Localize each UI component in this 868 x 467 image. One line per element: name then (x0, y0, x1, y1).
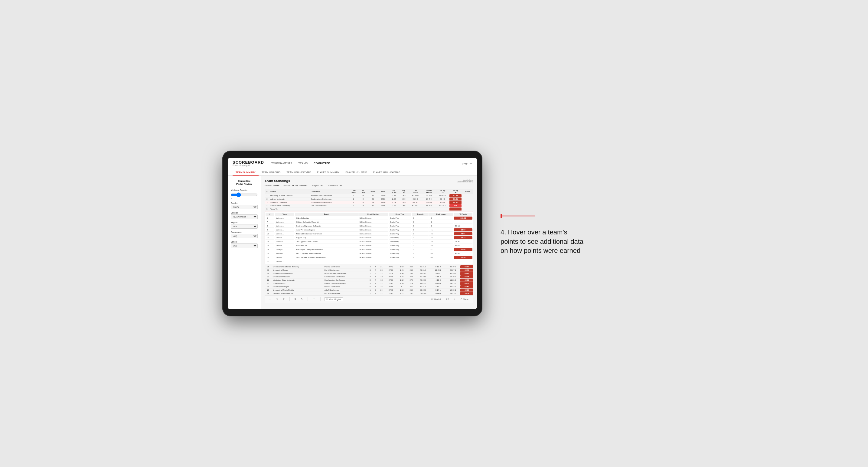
standings-table: # School Conference ConfRank NoTour Bnds… (265, 189, 473, 211)
refresh-btn[interactable]: ⟳ (282, 297, 286, 301)
sidebar-gender-select[interactable]: Men's Women's (231, 205, 258, 209)
clock-icon: 🕐 (313, 298, 315, 300)
table-row-active: 3 Vanderbilt University Southeastern Con… (265, 201, 473, 204)
edit-btn[interactable]: ✎ (300, 297, 304, 301)
col-rank: # (265, 189, 270, 194)
sidebar-region: Region N/A (231, 221, 258, 229)
col-no-tour: NoTour (359, 189, 368, 194)
expand-btn[interactable]: ⤢ (453, 297, 457, 301)
col-conf-rank: ConfRank (349, 189, 359, 194)
col-avg-sg: Avg.SG (400, 189, 409, 194)
hover-table-row: 16 Univers... 2023 Sahalee Players Champ… (266, 256, 472, 259)
sidebar-division-label: Division (231, 212, 258, 214)
row-conference: Atlantic Coast Conference (310, 194, 349, 197)
app-header: SCOREBOARD Powered by clippd TOURNAMENTS… (228, 158, 477, 169)
row-rank: 1 (265, 194, 270, 197)
tab-player-h2h-grid[interactable]: PLAYER H2H GRID (342, 169, 370, 176)
table-row: 19 University of Texas Big 12 Conference… (265, 269, 473, 272)
nav-teams[interactable]: TEAMS (298, 161, 308, 166)
logo-text: SCOREBOARD (232, 160, 264, 164)
comment-btn[interactable]: 💬 (445, 297, 450, 301)
hover-table-row: 12 Florida I The Cypress Point Classic N… (266, 240, 472, 244)
hover-table-row: 7 Univers... College Collegiate Universi… (266, 220, 472, 224)
col-overall: OverallRecord (422, 189, 436, 194)
table-row: 26 The Ohio State University Big Ten Con… (265, 292, 473, 295)
tab-team-h2h-heatmap[interactable]: TEAM H2H HEATMAP (284, 169, 314, 176)
standings-title: Team Standings (265, 179, 290, 183)
sidebar-division-select[interactable]: NCAA Division I (231, 214, 258, 219)
logo-sub: Powered by clippd (232, 164, 264, 166)
table-row: 5 Texas T... (265, 208, 473, 211)
watch-btn[interactable]: 👁 Watch ▾ (430, 297, 443, 301)
col-conference: Conference (310, 189, 349, 194)
row-points-active[interactable]: 90.32 (450, 201, 462, 204)
red-arrow-icon (500, 211, 537, 220)
sidebar: CommitteePortal Review Minimum Rounds 5 … (228, 176, 261, 309)
sidebar-conference: Conference (All) (231, 231, 258, 238)
view-label[interactable]: 👁 View: Original (324, 297, 343, 301)
row-points[interactable] (450, 208, 462, 211)
nav-committee[interactable]: COMMITTEE (314, 161, 330, 166)
redo-btn[interactable]: ↪ (275, 297, 279, 301)
sidebar-region-label: Region (231, 221, 258, 223)
sidebar-school-select[interactable]: (All) (231, 244, 258, 248)
row-points[interactable]: 93.31 (450, 197, 462, 201)
share-icon: ↗ (460, 298, 462, 300)
standings-header: Team Standings Update time:Update time: … (265, 179, 473, 183)
watch-icon: 👁 (431, 298, 433, 300)
view-text: View: Original (329, 298, 341, 300)
min-rounds-slider[interactable] (231, 192, 258, 197)
table-row: 24 University of Oregon Pac-12 Conferenc… (265, 285, 473, 288)
logo-area: SCOREBOARD Powered by clippd (232, 160, 264, 166)
table-header-row: # School Conference ConfRank NoTour Bnds… (265, 189, 473, 194)
event-detail-table: # Team Event Event Division Event Type R… (265, 212, 473, 264)
sidebar-conference-select[interactable]: (All) (231, 234, 258, 238)
filter-region-value: All (320, 185, 323, 187)
refresh-icon: ⟳ (283, 298, 285, 300)
filter-conference: Conference: All (327, 185, 342, 187)
sign-out-btn[interactable]: | Sign out (462, 162, 472, 165)
col-bnds: Bnds (368, 189, 378, 194)
row-points[interactable]: 97.02 (450, 194, 462, 197)
table-row: 21 University of Alabama Southeastern Co… (265, 275, 473, 279)
row-points[interactable]: 79.5 (450, 204, 462, 208)
outer-wrapper: SCOREBOARD Powered by clippd TOURNAMENTS… (222, 151, 646, 316)
tab-team-h2h-grid[interactable]: TEAM H2H GRID (258, 169, 284, 176)
copy-btn[interactable]: ⧉ (293, 297, 297, 301)
sidebar-division: Division NCAA Division I (231, 212, 258, 219)
edit-icon: ✎ (301, 298, 303, 300)
tablet-screen: SCOREBOARD Powered by clippd TOURNAMENTS… (228, 158, 477, 309)
tab-team-summary[interactable]: TEAM SUMMARY (232, 169, 258, 176)
annotation-text: 4. Hover over a team's points to see add… (500, 228, 585, 256)
col-low-score: LowScore (409, 189, 422, 194)
main-nav: TOURNAMENTS TEAMS COMMITTEE (271, 161, 455, 166)
nav-tournaments[interactable]: TOURNAMENTS (271, 161, 292, 166)
sidebar-school: School (All) (231, 241, 258, 248)
col-vs50: Vs Top50 (450, 189, 462, 194)
sidebar-region-select[interactable]: N/A (231, 224, 258, 229)
sidebar-gender: Gender Men's Women's (231, 202, 258, 209)
tab-player-h2h-heatmap[interactable]: PLAYER H2H HEATMAP (370, 169, 403, 176)
undo-icon: ↩ (270, 298, 271, 300)
content-area: Team Standings Update time:Update time: … (261, 176, 477, 309)
undo-btn[interactable]: ↩ (268, 297, 273, 301)
col-vs25: Vs Top25 (436, 189, 450, 194)
table-row: 2 Auburn University Southeastern Confere… (265, 197, 473, 201)
share-btn[interactable]: ↗ Share (459, 297, 470, 301)
hover-table-row: 8 Univers... Southern Highlands Collegia… (266, 224, 472, 228)
col-wins: Wins (378, 189, 389, 194)
update-time: Update time:Update time: 13/03/2024 10:0… (457, 179, 473, 183)
sidebar-school-label: School (231, 241, 258, 243)
hover-table-row: 17 Univers... (266, 260, 472, 263)
separator (308, 297, 308, 301)
filter-region: Region: All (312, 185, 323, 187)
view-icon: 👁 (326, 298, 328, 300)
hover-table-row: 13 Univers... Williams Cup NCAA Division… (266, 244, 472, 247)
tab-player-summary[interactable]: PLAYER SUMMARY (314, 169, 342, 176)
row-school: University of North Carolina (270, 194, 310, 197)
table-row: 18 University of California, Berkeley Pa… (265, 265, 473, 269)
clock-btn[interactable]: 🕐 (311, 297, 317, 301)
filter-division-value: NCAA Division I (292, 185, 308, 187)
col-adj-score: Adj.Score (389, 189, 400, 194)
expand-icon: ⤢ (454, 298, 456, 300)
